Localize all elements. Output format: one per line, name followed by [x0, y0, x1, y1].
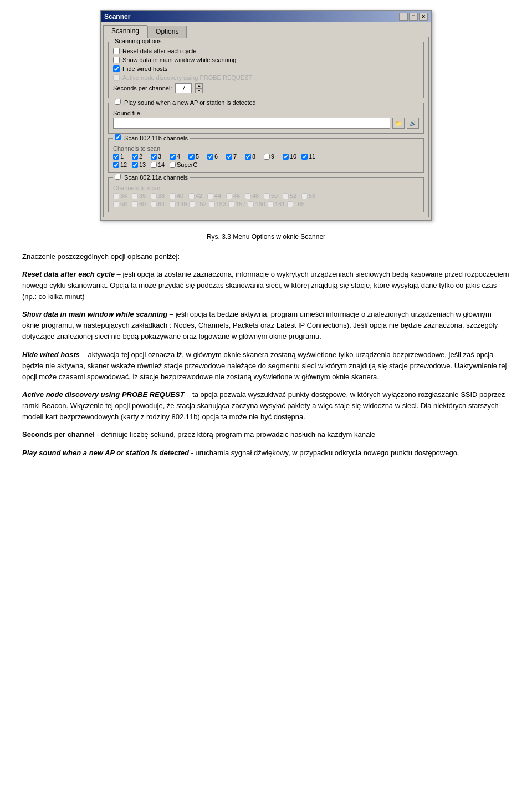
channel-label-157: 157 — [236, 201, 245, 207]
sound-file-input[interactable] — [113, 118, 390, 129]
scan-a-checkbox[interactable] — [115, 174, 121, 180]
channel-checkbox-56[interactable] — [301, 193, 308, 199]
minimize-button[interactable]: ─ — [399, 13, 408, 21]
dash-hide-wired: – — [80, 350, 88, 359]
channel-checkbox-34[interactable] — [113, 193, 119, 199]
channel-item-165: 165 — [287, 201, 304, 207]
channel-checkbox-38[interactable] — [151, 193, 157, 199]
text-play-sound: uruchamia sygnał dźwiękowy, w przypadku … — [196, 449, 459, 457]
channel-label-165: 165 — [294, 201, 304, 207]
spin-up-button[interactable]: ▲ — [195, 83, 203, 88]
channel-item-SuperG: SuperG — [170, 161, 198, 168]
channel-label-4: 4 — [177, 153, 180, 160]
title-bar-controls: ─ □ ✕ — [399, 13, 428, 21]
channel-checkbox-58[interactable] — [113, 201, 119, 207]
channel-checkbox-12[interactable] — [113, 162, 119, 168]
browse-sound-button[interactable]: 📁 — [392, 118, 405, 129]
section-intro: Znaczenie poszczególnych opcji opisano p… — [22, 251, 510, 262]
tab-scanning[interactable]: Scanning — [103, 25, 147, 37]
channel-item-161: 161 — [268, 201, 285, 207]
channel-checkbox-6[interactable] — [207, 154, 213, 160]
channel-checkbox-157[interactable] — [228, 201, 234, 207]
channel-label-SuperG: SuperG — [177, 161, 198, 168]
channel-label-40: 40 — [177, 192, 183, 199]
channel-checkbox-8[interactable] — [245, 154, 251, 160]
channel-label-8: 8 — [252, 153, 255, 160]
close-button[interactable]: ✕ — [419, 13, 428, 21]
tab-options[interactable]: Options — [147, 26, 187, 38]
channel-checkbox-153[interactable] — [209, 201, 215, 207]
scan-a-title: Scan 802.11a channels — [113, 174, 190, 181]
channel-checkbox-5[interactable] — [188, 154, 195, 160]
paragraph-reset: Reset data after each cycle – jeśli opcj… — [22, 269, 510, 302]
active-node-checkbox[interactable] — [113, 74, 120, 81]
play-sound-button[interactable]: 🔊 — [407, 118, 419, 129]
maximize-button[interactable]: □ — [409, 13, 418, 21]
scan-a-channels-row2: 586064149152153157160161165 — [113, 201, 419, 207]
channel-item-13: 13 — [132, 161, 149, 168]
scan-b-checkbox[interactable] — [115, 134, 121, 140]
sound-file-row: Sound file: — [113, 110, 419, 116]
channel-checkbox-160[interactable] — [248, 201, 254, 207]
channel-checkbox-165[interactable] — [287, 201, 293, 207]
active-node-label: Active node discovery using PROBE REQUES… — [122, 74, 252, 81]
channel-checkbox-13[interactable] — [132, 162, 138, 168]
dash-play-sound: - — [189, 449, 196, 457]
channel-checkbox-149[interactable] — [170, 201, 176, 207]
channel-checkbox-7[interactable] — [226, 154, 232, 160]
spin-down-button[interactable]: ▼ — [195, 88, 203, 93]
channel-checkbox-48[interactable] — [245, 193, 251, 199]
channel-item-8: 8 — [245, 153, 262, 160]
hide-wired-checkbox[interactable] — [113, 65, 120, 72]
seconds-input[interactable] — [175, 83, 192, 93]
channel-checkbox-161[interactable] — [268, 201, 274, 207]
reset-data-checkbox[interactable] — [113, 48, 120, 54]
channel-checkbox-9[interactable] — [264, 154, 270, 160]
channel-label-153: 153 — [216, 201, 226, 207]
channel-item-42: 42 — [188, 192, 205, 199]
text-seconds: definiuje liczbę sekund, przez którą pro… — [101, 430, 375, 439]
channel-label-52: 52 — [290, 192, 296, 199]
term-hide-wired: Hide wired hosts — [22, 350, 80, 359]
channel-checkbox-50[interactable] — [264, 193, 270, 199]
scan-a-group: Scan 802.11a channels Channels to scan: … — [108, 177, 424, 212]
channel-checkbox-2[interactable] — [132, 154, 138, 160]
show-data-checkbox[interactable] — [113, 57, 120, 63]
channel-checkbox-46[interactable] — [226, 193, 232, 199]
checkbox-show-data: Show data in main window while scanning — [113, 57, 419, 63]
channel-label-9: 9 — [271, 153, 274, 160]
channel-checkbox-4[interactable] — [170, 154, 176, 160]
spin-buttons: ▲ ▼ — [195, 83, 203, 93]
channel-checkbox-60[interactable] — [132, 201, 138, 207]
channel-checkbox-52[interactable] — [283, 193, 289, 199]
channel-checkbox-SuperG[interactable] — [170, 162, 176, 168]
checkbox-active-node: Active node discovery using PROBE REQUES… — [113, 74, 419, 81]
channel-label-48: 48 — [252, 192, 259, 199]
channel-item-40: 40 — [170, 192, 186, 199]
channel-checkbox-14[interactable] — [151, 162, 157, 168]
channel-label-152: 152 — [196, 201, 206, 207]
sound-checkbox[interactable] — [115, 99, 121, 105]
channel-checkbox-40[interactable] — [170, 193, 176, 199]
sound-file-label: Sound file: — [113, 110, 142, 116]
term-show-data: Show data in main window while scanning — [22, 310, 167, 318]
channel-item-48: 48 — [245, 192, 262, 199]
figure-caption: Rys. 3.3 Menu Options w oknie Scanner — [22, 232, 510, 242]
show-data-label: Show data in main window while scanning — [122, 57, 236, 63]
channel-checkbox-1[interactable] — [113, 154, 119, 160]
channel-label-34: 34 — [120, 192, 127, 199]
channel-checkbox-3[interactable] — [151, 154, 157, 160]
window-content: Scanning options Reset data after each c… — [103, 37, 429, 217]
channel-checkbox-64[interactable] — [151, 201, 157, 207]
channel-item-6: 6 — [207, 153, 224, 160]
channel-checkbox-152[interactable] — [189, 201, 195, 207]
channel-checkbox-36[interactable] — [132, 193, 138, 199]
channel-item-11: 11 — [301, 153, 318, 160]
channel-checkbox-11[interactable] — [301, 154, 308, 160]
term-active-node: Active node discovery using PROBE REQUES… — [22, 390, 185, 399]
channel-checkbox-42[interactable] — [188, 193, 195, 199]
channel-checkbox-10[interactable] — [283, 154, 289, 160]
channel-item-4: 4 — [170, 153, 186, 160]
dash-show-data: – — [167, 310, 175, 318]
channel-checkbox-44[interactable] — [207, 193, 213, 199]
